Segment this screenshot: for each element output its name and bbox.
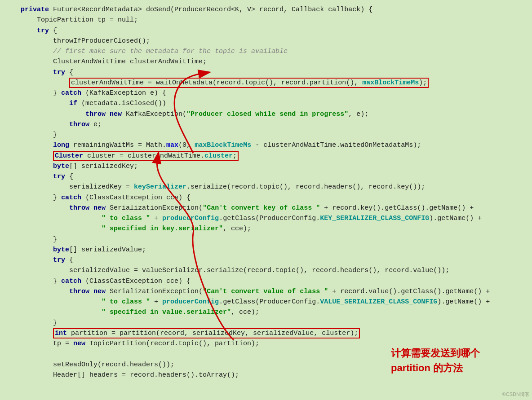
code-line-13: } — [0, 130, 532, 140]
code-line-10: if (metadata.isClosed()) — [0, 98, 532, 109]
annotation-text: 计算需要发送到哪个partition 的方法 — [391, 346, 480, 375]
code-line-4: throwIfProducerClosed(); — [0, 36, 532, 46]
watermark: ©CSDN博客 — [502, 391, 530, 398]
code-line-18: serializedKey = keySerializer.serialize(… — [0, 182, 532, 192]
code-line-3: try { — [0, 26, 532, 36]
code-line-22: " specified in key.serializer", cce); — [0, 224, 532, 234]
code-line-27: } catch (ClassCastException cce) { — [0, 276, 532, 286]
code-line-5: // first make sure the metadata for the … — [0, 46, 532, 57]
code-line-20: throw new SerializationException("Can't … — [0, 203, 532, 213]
code-line-11: throw new KafkaException("Producer close… — [0, 109, 532, 119]
code-line-15: Cluster cluster = clusterAndWaitTime.clu… — [0, 151, 532, 161]
code-line-17: try { — [0, 171, 532, 182]
code-line-8: clusterAndWaitTime = waitOnMetadata(reco… — [0, 78, 532, 88]
code-line-32: int partition = partition(record, serial… — [0, 328, 532, 338]
code-line-29: " to class " + producerConfig.getClass(P… — [0, 297, 532, 307]
code-line-16: byte[] serializedKey; — [0, 161, 532, 171]
code-line-12: throw e; — [0, 119, 532, 130]
code-line-2: TopicPartition tp = null; — [0, 15, 532, 25]
code-area: private Future<RecordMetadata> doSend(Pr… — [0, 0, 532, 385]
code-line-30: " specified in value.serializer", cce); — [0, 307, 532, 317]
code-line-24: byte[] serializedValue; — [0, 245, 532, 255]
code-line-31: } — [0, 318, 532, 328]
code-line-28: throw new SerializationException("Can't … — [0, 286, 532, 297]
code-line-21: " to class " + producerConfig.getClass(P… — [0, 213, 532, 224]
code-line-1: private Future<RecordMetadata> doSend(Pr… — [0, 4, 532, 15]
code-line-26: serializedValue = valueSerializer.serial… — [0, 265, 532, 276]
code-line-6: ClusterAndWaitTime clusterAndWaitTime; — [0, 57, 532, 67]
code-line-19: } catch (ClassCastException cce) { — [0, 193, 532, 203]
code-line-9: } catch (KafkaException e) { — [0, 88, 532, 98]
code-line-14: long remainingWaitMs = Math.max(0, maxBl… — [0, 140, 532, 150]
code-line-23: } — [0, 234, 532, 245]
code-line-25: try { — [0, 255, 532, 265]
code-line-7: try { — [0, 67, 532, 78]
